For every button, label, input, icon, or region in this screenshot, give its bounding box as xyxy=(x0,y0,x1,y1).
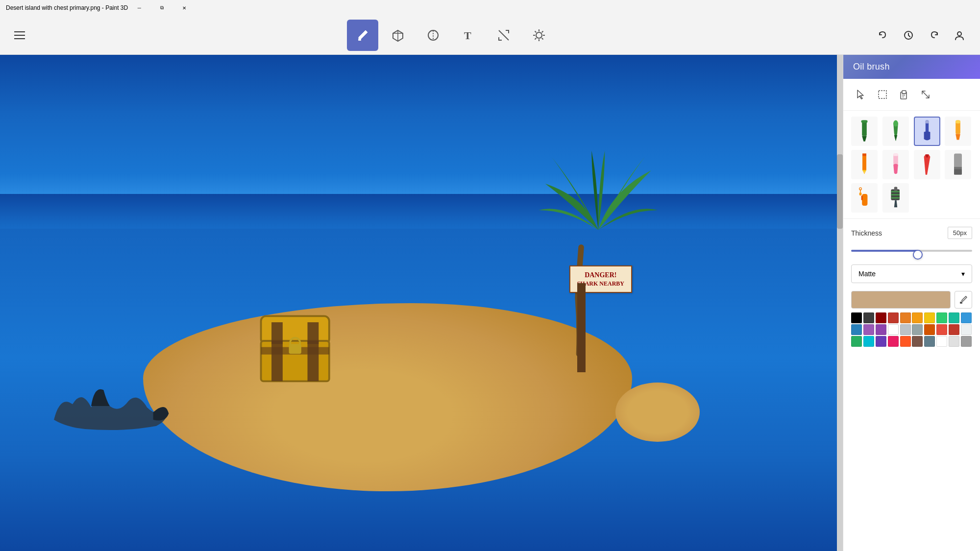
select-rect-button[interactable] xyxy=(873,85,892,104)
panel-tools xyxy=(843,79,980,111)
svg-line-7 xyxy=(499,30,509,40)
color-brown[interactable] xyxy=(912,336,923,347)
history-icon xyxy=(903,30,914,41)
eyedropper-button[interactable] xyxy=(955,291,972,309)
color-orange[interactable] xyxy=(900,312,911,323)
wax-brush[interactable] xyxy=(945,117,971,146)
pen-brush[interactable] xyxy=(882,117,909,146)
svg-rect-29 xyxy=(879,91,886,98)
paste-button[interactable] xyxy=(894,85,914,104)
texture-dropdown[interactable]: Matte ▾ xyxy=(851,264,972,283)
oil-brush[interactable] xyxy=(914,117,940,146)
effects-button[interactable] xyxy=(523,20,555,51)
main-content: DANGER! SHARK NEARBY Oil brush xyxy=(0,55,980,551)
color-burnt-orange[interactable] xyxy=(924,324,935,335)
color-emerald[interactable] xyxy=(851,336,862,347)
color-gray[interactable] xyxy=(912,324,923,335)
marker-brush[interactable] xyxy=(851,117,878,146)
menu-line-3 xyxy=(14,38,25,39)
scrollbar-thumb[interactable] xyxy=(837,154,843,229)
fill-brush[interactable] xyxy=(882,183,909,213)
color-purple[interactable] xyxy=(863,324,874,335)
slider-track xyxy=(851,250,972,252)
svg-line-13 xyxy=(535,31,537,32)
brush-tool-button[interactable] xyxy=(347,20,378,51)
select-rect-icon xyxy=(877,89,888,100)
treasure-chest xyxy=(245,313,345,387)
svg-rect-31 xyxy=(902,91,906,94)
color-dark-blue[interactable] xyxy=(851,324,862,335)
thickness-slider-container[interactable] xyxy=(851,245,972,257)
3d-shape-icon xyxy=(391,28,405,42)
color-indigo[interactable] xyxy=(876,336,886,347)
oil-brush-icon xyxy=(919,120,935,143)
fill-icon xyxy=(888,186,904,210)
svg-point-18 xyxy=(957,32,961,36)
color-light-gray[interactable] xyxy=(900,324,911,335)
eraser-brush[interactable] xyxy=(945,150,971,179)
sign-post xyxy=(577,283,586,372)
color-dark-red[interactable] xyxy=(876,312,886,323)
color-dark-purple[interactable] xyxy=(876,324,886,335)
canvas-scrollbar[interactable] xyxy=(837,55,843,551)
current-color-swatch[interactable] xyxy=(851,291,951,309)
crop-icon xyxy=(497,28,511,42)
history-button[interactable] xyxy=(898,24,919,46)
calligraphy-brush[interactable] xyxy=(914,150,940,179)
svg-line-35 xyxy=(922,91,929,98)
color-section xyxy=(843,287,980,351)
eraser-icon xyxy=(950,153,966,176)
color-blue[interactable] xyxy=(961,312,972,323)
watercolor-brush[interactable] xyxy=(882,150,909,179)
canvas-area[interactable]: DANGER! SHARK NEARBY xyxy=(0,55,843,551)
color-black[interactable] xyxy=(851,312,862,323)
cursor-tool-button[interactable] xyxy=(851,85,871,104)
color-dark-gray[interactable] xyxy=(863,312,874,323)
color-scarlet[interactable] xyxy=(949,324,959,335)
color-crimson[interactable] xyxy=(936,324,947,335)
restore-button[interactable]: ⧉ xyxy=(150,0,173,16)
menu-line-1 xyxy=(14,31,25,32)
3d-shapes-button[interactable] xyxy=(382,20,414,51)
color-yellow[interactable] xyxy=(924,312,935,323)
color-medium-gray[interactable] xyxy=(961,336,972,347)
color-amber[interactable] xyxy=(912,312,923,323)
panel-header: Oil brush xyxy=(843,55,980,79)
svg-rect-53 xyxy=(954,169,962,175)
text-button[interactable]: T xyxy=(453,20,484,51)
redo-button[interactable] xyxy=(923,24,945,46)
color-light-gray-2[interactable] xyxy=(949,336,959,347)
svg-rect-25 xyxy=(307,322,318,344)
texture-dropdown-label: Matte xyxy=(858,270,876,278)
svg-rect-48 xyxy=(862,154,866,156)
close-button[interactable]: ✕ xyxy=(173,0,196,16)
undo-icon xyxy=(878,30,888,41)
spray-brush[interactable] xyxy=(851,183,878,213)
color-pink[interactable] xyxy=(888,336,899,347)
color-cyan[interactable] xyxy=(863,336,874,347)
crop-select-button[interactable] xyxy=(916,85,935,104)
profile-button[interactable] xyxy=(949,24,970,46)
undo-button[interactable] xyxy=(872,24,894,46)
shapes-button[interactable] xyxy=(417,20,449,51)
svg-rect-63 xyxy=(891,194,900,195)
color-green[interactable] xyxy=(936,312,947,323)
pencil-brush[interactable] xyxy=(851,150,878,179)
color-off-white[interactable] xyxy=(961,324,972,335)
svg-rect-62 xyxy=(891,191,900,192)
crop-button[interactable] xyxy=(488,20,519,51)
color-deep-orange[interactable] xyxy=(900,336,911,347)
color-white[interactable] xyxy=(888,324,899,335)
slider-thumb[interactable] xyxy=(913,250,923,260)
color-red[interactable] xyxy=(888,312,899,323)
thickness-header: Thickness 50px xyxy=(851,227,972,239)
color-white-2[interactable] xyxy=(936,336,947,347)
spray-icon xyxy=(857,186,872,210)
shark xyxy=(25,383,194,432)
brush-icon xyxy=(356,28,369,42)
color-teal[interactable] xyxy=(949,312,959,323)
color-blue-gray[interactable] xyxy=(924,336,935,347)
menu-button[interactable] xyxy=(10,25,29,45)
titlebar-controls: ─ ⧉ ✕ xyxy=(128,0,196,16)
minimize-button[interactable]: ─ xyxy=(128,0,150,16)
